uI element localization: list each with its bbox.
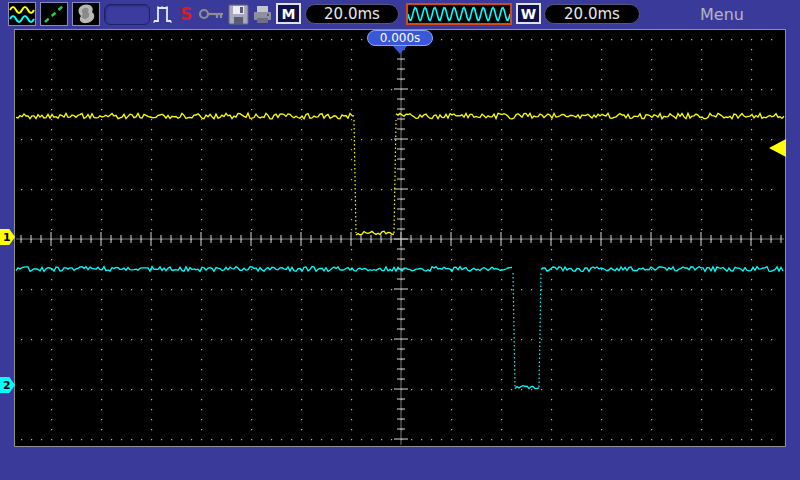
trigger-position-label: 0.000s: [367, 30, 433, 46]
main-timebase-value: 20.0ms: [305, 4, 399, 24]
trigger-level-arrow-icon[interactable]: [769, 139, 786, 157]
hand-blob-icon[interactable]: [72, 2, 100, 26]
channel2-ground-marker[interactable]: 2: [0, 377, 15, 393]
window-timebase-badge: W: [516, 3, 541, 24]
main-timebase-badge: M: [276, 3, 301, 24]
s-status-icon: S: [178, 3, 194, 25]
window-timebase-value: 20.0ms: [544, 4, 640, 24]
toolbar-inset-field: [104, 4, 150, 25]
zoom-waveform-preview: [406, 3, 512, 25]
channel-waves-icon[interactable]: [8, 2, 36, 26]
save-floppy-icon[interactable]: [228, 3, 249, 25]
print-icon[interactable]: [252, 3, 273, 25]
oscilloscope-screen: S M 20.0ms: [0, 0, 800, 480]
channel1-ground-marker[interactable]: 1: [0, 229, 15, 245]
key-lock-icon[interactable]: [198, 3, 225, 25]
trigger-position-arrow-icon[interactable]: [393, 46, 407, 54]
menu-button[interactable]: Menu: [700, 5, 744, 24]
waveform-display: [14, 29, 786, 447]
status-bar: DC 20 2.00V DC 20: [0, 447, 800, 480]
graticule-and-traces: [15, 30, 785, 446]
top-toolbar: S M 20.0ms: [0, 0, 800, 28]
cursor-line-icon[interactable]: [40, 2, 68, 26]
pulse-icon[interactable]: [152, 3, 174, 25]
